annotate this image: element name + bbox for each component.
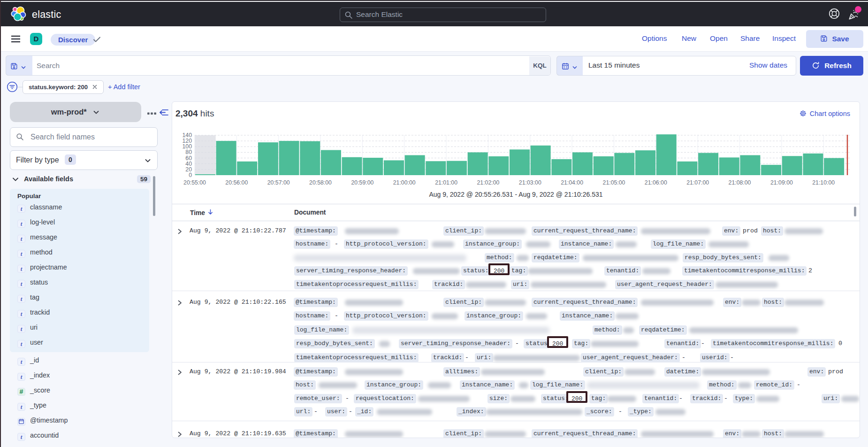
svg-text:21:06:00: 21:06:00	[645, 179, 667, 186]
svg-text:20:57:00: 20:57:00	[267, 179, 290, 186]
svg-text:21:04:00: 21:04:00	[561, 179, 583, 186]
svg-text:21:09:00: 21:09:00	[770, 179, 793, 186]
svg-text:20:58:00: 20:58:00	[309, 179, 332, 186]
svg-text:40: 40	[185, 161, 192, 167]
svg-text:21:01:00: 21:01:00	[435, 179, 457, 186]
svg-text:21:02:00: 21:02:00	[477, 179, 499, 186]
svg-text:20:55:00: 20:55:00	[183, 179, 206, 186]
svg-text:120: 120	[182, 138, 192, 144]
svg-text:21:05:00: 21:05:00	[603, 179, 625, 186]
svg-text:140: 140	[182, 132, 192, 139]
svg-text:20:59:00: 20:59:00	[351, 179, 373, 186]
svg-text:21:10:00: 21:10:00	[812, 179, 835, 186]
svg-text:60: 60	[185, 155, 192, 162]
svg-text:20:56:00: 20:56:00	[225, 179, 248, 186]
svg-text:21:00:00: 21:00:00	[393, 179, 416, 186]
svg-text:21:08:00: 21:08:00	[729, 179, 751, 186]
svg-text:0: 0	[189, 172, 192, 178]
svg-text:20: 20	[185, 166, 192, 173]
svg-text:21:07:00: 21:07:00	[686, 179, 709, 186]
svg-text:80: 80	[185, 149, 192, 155]
svg-text:100: 100	[182, 143, 192, 150]
svg-text:21:03:00: 21:03:00	[519, 179, 541, 186]
